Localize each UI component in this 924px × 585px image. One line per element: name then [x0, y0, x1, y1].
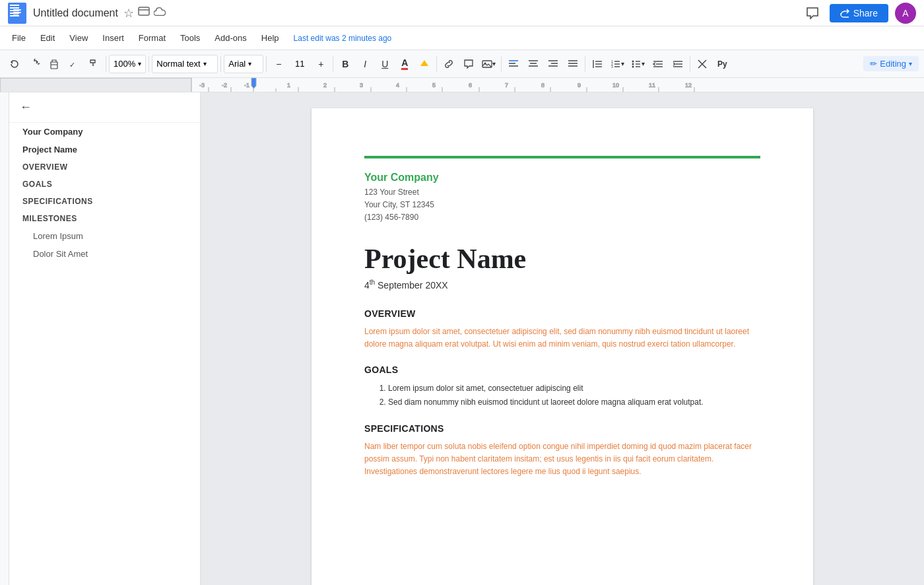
- project-title: Project Name: [364, 243, 760, 275]
- align-left-button[interactable]: [504, 55, 523, 73]
- sidebar-item-overview[interactable]: OVERVIEW: [9, 158, 200, 176]
- svg-marker-7: [420, 60, 428, 66]
- svg-text:1: 1: [287, 82, 290, 88]
- svg-text:2: 2: [323, 82, 327, 88]
- toolbar-divider-6: [436, 56, 437, 72]
- line-spacing-button[interactable]: [588, 55, 607, 73]
- font-decrease-button[interactable]: −: [269, 55, 288, 73]
- align-center-button[interactable]: [524, 55, 543, 73]
- address-line-2: Your City, ST 12345: [364, 199, 760, 211]
- comment-button[interactable]: [459, 55, 478, 73]
- print-button[interactable]: [45, 55, 63, 73]
- back-arrow-button[interactable]: ←: [20, 100, 32, 114]
- user-avatar[interactable]: A: [895, 3, 916, 24]
- editing-label: Editing: [880, 59, 906, 69]
- svg-point-31: [632, 60, 634, 62]
- share-label: Share: [853, 8, 878, 18]
- spell-check-button[interactable]: ✓: [65, 55, 83, 73]
- drive-icon[interactable]: [138, 5, 150, 20]
- svg-rect-3: [13, 15, 18, 16]
- menu-addons[interactable]: Add-ons: [208, 30, 253, 46]
- zoom-select[interactable]: 100% ▾: [109, 55, 146, 73]
- menu-edit[interactable]: Edit: [34, 30, 61, 46]
- toolbar-divider-8: [585, 56, 585, 72]
- python-button[interactable]: Py: [713, 55, 731, 73]
- overview-heading: OVERVIEW: [364, 308, 760, 319]
- menu-insert[interactable]: Insert: [96, 30, 131, 46]
- vertical-ruler: [0, 92, 9, 585]
- document-page[interactable]: Your Company 123 Your Street Your City, …: [312, 108, 813, 585]
- overview-body: Lorem ipsum dolor sit amet, consectetuer…: [364, 326, 760, 351]
- date-number: 4: [364, 279, 370, 290]
- menu-file[interactable]: File: [5, 30, 32, 46]
- menu-bar: File Edit View Insert Format Tools Add-o…: [0, 26, 924, 50]
- text-color-button[interactable]: A: [395, 55, 414, 73]
- star-icon[interactable]: ☆: [123, 6, 134, 20]
- date-rest: September 20XX: [375, 279, 448, 290]
- align-justify-button[interactable]: [564, 55, 582, 73]
- link-button[interactable]: [440, 55, 458, 73]
- phone-line: (123) 456-7890: [364, 211, 760, 224]
- clear-formatting-button[interactable]: [693, 55, 711, 73]
- project-date: 4th September 20XX: [364, 279, 760, 291]
- goals-heading: GOALS: [364, 364, 760, 375]
- underline-button[interactable]: U: [376, 55, 394, 73]
- pencil-icon: ✏: [870, 59, 877, 69]
- toolbar-divider-9: [690, 56, 690, 72]
- docs-app-icon: [8, 3, 26, 24]
- svg-text:11: 11: [649, 82, 655, 88]
- sidebar-item-lorem[interactable]: Lorem Ipsum: [9, 227, 200, 245]
- font-select[interactable]: Arial ▾: [224, 55, 263, 73]
- date-sup: th: [370, 279, 375, 286]
- menu-format[interactable]: Format: [132, 30, 172, 46]
- last-edit-info[interactable]: Last edit was 2 minutes ago: [294, 34, 392, 43]
- redo-button[interactable]: [25, 55, 44, 73]
- font-increase-button[interactable]: +: [312, 55, 330, 73]
- menu-help[interactable]: Help: [255, 30, 286, 46]
- sidebar-item-goals[interactable]: GOALS: [9, 176, 200, 193]
- indent-more-button[interactable]: [669, 55, 687, 73]
- svg-point-33: [632, 65, 634, 67]
- goals-item-1: Lorem ipsum dolor sit amet, consectetuer…: [388, 382, 760, 396]
- document-area[interactable]: Your Company 123 Your Street Your City, …: [201, 92, 924, 585]
- align-right-button[interactable]: [544, 55, 562, 73]
- toolbar-divider-2: [148, 56, 149, 72]
- sidebar-item-dolor[interactable]: Dolor Sit Amet: [9, 245, 200, 263]
- company-name: Your Company: [364, 172, 760, 184]
- undo-button[interactable]: [5, 55, 24, 73]
- svg-text:8: 8: [541, 82, 544, 88]
- sidebar-item-specifications[interactable]: SPECIFICATIONS: [9, 193, 200, 210]
- main-layout: ← Your Company Project Name OVERVIEW GOA…: [0, 92, 924, 585]
- goals-list: Lorem ipsum dolor sit amet, consectetuer…: [364, 382, 760, 410]
- toolbar: ✓ 100% ▾ Normal text ▾ Arial ▾ − 11 + B …: [0, 50, 924, 78]
- svg-text:12: 12: [685, 82, 692, 88]
- highlight-button[interactable]: [415, 55, 434, 73]
- svg-text:✓: ✓: [69, 61, 75, 69]
- paint-format-button[interactable]: [84, 55, 103, 73]
- editing-mode-button[interactable]: ✏ Editing ▾: [863, 56, 919, 71]
- chat-button[interactable]: [801, 1, 824, 25]
- image-button[interactable]: ▾: [479, 55, 498, 73]
- svg-rect-2: [13, 12, 21, 13]
- specifications-text: Nam liber tempor cum soluta nobis eleife…: [364, 442, 752, 476]
- header-green-line: [364, 156, 760, 158]
- cloud-save-icon[interactable]: [154, 6, 166, 20]
- style-select[interactable]: Normal text ▾: [152, 55, 218, 73]
- bold-button[interactable]: B: [336, 55, 354, 73]
- bullet-list-button[interactable]: ▾: [628, 55, 647, 73]
- menu-tools[interactable]: Tools: [174, 30, 207, 46]
- svg-rect-5: [51, 65, 57, 69]
- share-button[interactable]: Share: [830, 4, 888, 22]
- sidebar-item-company[interactable]: Your Company: [9, 123, 200, 141]
- svg-text:-2: -2: [222, 82, 227, 88]
- sidebar-item-milestones[interactable]: MILESTONES: [9, 210, 200, 227]
- svg-marker-78: [251, 78, 256, 88]
- document-title[interactable]: Untitled document: [33, 7, 118, 19]
- menu-view[interactable]: View: [63, 30, 94, 46]
- numbered-list-button[interactable]: 123 ▾: [608, 55, 627, 73]
- sidebar-item-project[interactable]: Project Name: [9, 141, 200, 158]
- toolbar-divider-5: [333, 56, 333, 72]
- italic-button[interactable]: I: [356, 55, 374, 73]
- indent-less-button[interactable]: [649, 55, 667, 73]
- svg-text:3: 3: [360, 82, 363, 88]
